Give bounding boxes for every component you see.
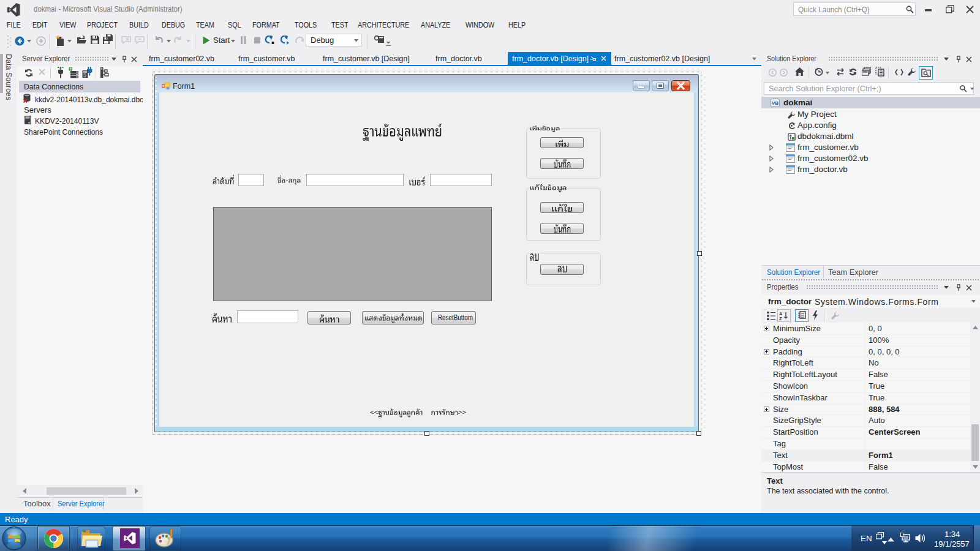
svg-text:Z: Z <box>779 316 782 320</box>
svg-text:S: S <box>83 73 86 77</box>
svg-text:VB: VB <box>772 100 778 106</box>
